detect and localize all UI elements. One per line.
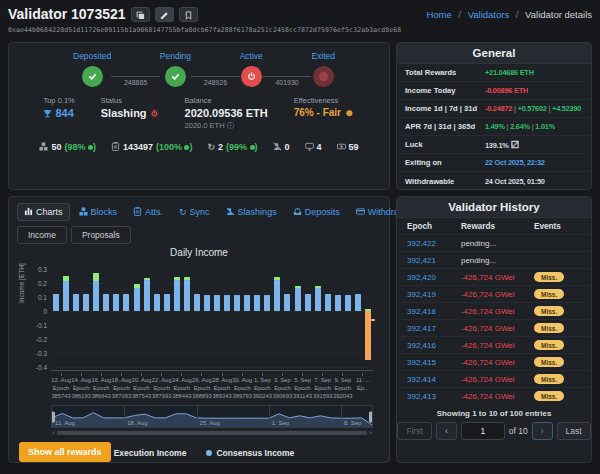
scroll-right-icon[interactable]: › [368, 430, 373, 435]
chart-scrollbar[interactable]: ‹ › [51, 430, 373, 435]
epoch-link[interactable]: 392,421 [407, 256, 436, 265]
consensus-income-bar[interactable] [345, 295, 351, 310]
consensus-income-bar[interactable] [123, 294, 129, 311]
lifecycle-exited-circle[interactable] [313, 66, 334, 87]
consensus-income-bar[interactable] [63, 281, 69, 311]
history-row[interactable]: 392,413-426,724 GWeiMiss. [397, 387, 591, 404]
pagination-prev-button[interactable]: ‹ [436, 422, 457, 440]
tab-charts[interactable]: Charts [17, 203, 70, 221]
consensus-income-bar[interactable] [144, 280, 150, 311]
execution-income-bar[interactable] [93, 273, 99, 281]
consensus-income-bar[interactable] [305, 294, 311, 311]
consensus-income-bar[interactable] [164, 294, 170, 311]
subtab-proposals[interactable]: Proposals [71, 226, 131, 244]
lifecycle-pending-circle[interactable] [165, 66, 186, 87]
history-row[interactable]: 392,417-426,724 GWeiMiss. [397, 319, 591, 336]
execution-income-bar[interactable] [315, 286, 321, 289]
breadcrumb-validators[interactable]: Validators [468, 9, 510, 20]
consensus-income-bar[interactable] [204, 295, 210, 310]
execution-income-bar[interactable] [184, 277, 190, 280]
execution-income-bar[interactable] [144, 278, 150, 279]
pagination-page-input[interactable] [461, 422, 505, 440]
tab-atts[interactable]: Atts. [126, 203, 170, 221]
consensus-income-bar[interactable] [53, 294, 59, 311]
pagination-last-button[interactable]: Last [557, 422, 591, 440]
consensus-income-bar[interactable] [184, 280, 190, 311]
consensus-income-bar[interactable] [325, 294, 331, 311]
history-row[interactable]: 392,418-426,724 GWeiMiss. [397, 302, 591, 319]
consensus-income-bar[interactable] [73, 294, 79, 311]
history-epoch[interactable]: 392,413 [407, 392, 461, 401]
consensus-income-bar[interactable] [274, 280, 280, 311]
history-row[interactable]: 392,422pending... [397, 234, 591, 251]
legend-execution-income[interactable]: Execution Income [104, 448, 187, 458]
lifecycle-active-circle[interactable] [241, 66, 262, 87]
consensus-income-bar[interactable] [315, 288, 321, 311]
consensus-income-bar[interactable] [174, 280, 180, 311]
consensus-income-bar[interactable] [93, 281, 99, 311]
breadcrumb-home[interactable]: Home [426, 9, 451, 20]
history-epoch[interactable]: 392,415 [407, 358, 461, 367]
history-epoch[interactable]: 392,419 [407, 290, 461, 299]
copy-button[interactable] [131, 7, 150, 22]
consensus-income-bar[interactable] [83, 294, 89, 311]
consensus-income-bar[interactable] [214, 295, 220, 310]
subtab-income[interactable]: Income [17, 226, 67, 244]
lifecycle-deposited-circle[interactable] [82, 66, 103, 87]
consensus-income-bar[interactable] [234, 295, 240, 310]
consensus-income-bar[interactable] [154, 294, 160, 311]
history-epoch[interactable]: 392,418 [407, 307, 461, 316]
pagination-first-button[interactable]: First [397, 422, 432, 440]
consensus-income-bar[interactable] [355, 294, 361, 311]
history-epoch[interactable]: 392,414 [407, 375, 461, 384]
validator-pubkey[interactable]: 0xae44b0684228d51d11726e09115b1a90681477… [8, 26, 592, 34]
tab-deposits[interactable]: Deposits [286, 203, 347, 221]
history-row[interactable]: 392,414-426,724 GWeiMiss. [397, 370, 591, 387]
epoch-link[interactable]: 392,422 [407, 239, 436, 248]
history-row[interactable]: 392,420-426,724 GWeiMiss. [397, 268, 591, 285]
tab-blocks[interactable]: Blocks [72, 203, 125, 221]
legend-consensus-income[interactable]: Consensus Income [206, 448, 294, 458]
tab-slashings[interactable]: Slashings [219, 203, 284, 221]
pagination-next-button[interactable]: › [532, 422, 553, 440]
epoch-link[interactable]: 392,413 [407, 392, 436, 401]
chart-navigator[interactable]: 11. Aug18. Aug25. Aug1. Sep8. Sep [51, 405, 373, 428]
history-row[interactable]: 392,419-426,724 GWeiMiss. [397, 285, 591, 302]
execution-income-bar[interactable] [134, 284, 140, 288]
consensus-income-bar[interactable] [295, 288, 301, 311]
consensus-income-bar[interactable] [224, 295, 230, 310]
execution-income-bar[interactable] [295, 286, 301, 289]
epoch-link[interactable]: 392,420 [407, 273, 436, 282]
consensus-income-bar[interactable] [254, 295, 260, 310]
history-epoch[interactable]: 392,417 [407, 324, 461, 333]
consensus-income-bar[interactable] [284, 294, 290, 311]
history-epoch[interactable]: 392,416 [407, 341, 461, 350]
consensus-income-bar[interactable] [134, 288, 140, 311]
consensus-income-bar[interactable] [103, 294, 109, 311]
history-row[interactable]: 392,416-426,724 GWeiMiss. [397, 336, 591, 353]
history-epoch[interactable]: 392,422 [407, 239, 461, 248]
history-row[interactable]: 392,415-426,724 GWeiMiss. [397, 353, 591, 370]
edit-button[interactable] [155, 7, 174, 22]
consensus-income-bar[interactable] [244, 295, 250, 310]
show-all-rewards-button[interactable]: Show all rewards [19, 442, 111, 462]
history-row[interactable]: 392,421pending... [397, 251, 591, 268]
epoch-link[interactable]: 392,418 [407, 307, 436, 316]
tab-sync[interactable]: ↻Sync [172, 203, 217, 221]
history-epoch[interactable]: 392,420 [407, 273, 461, 282]
consensus-income-bar[interactable] [194, 294, 200, 311]
navigator-left-handle[interactable] [51, 411, 55, 422]
navigator-right-handle[interactable] [369, 411, 373, 422]
consensus-income-bar[interactable] [335, 295, 341, 310]
epoch-link[interactable]: 392,414 [407, 375, 436, 384]
epoch-link[interactable]: 392,419 [407, 290, 436, 299]
history-epoch[interactable]: 392,421 [407, 256, 461, 265]
bookmark-button[interactable] [179, 7, 198, 22]
scrollbar-handle[interactable] [57, 431, 367, 435]
consensus-income-bar[interactable] [264, 295, 270, 310]
epoch-link[interactable]: 392,417 [407, 324, 436, 333]
execution-income-bar[interactable] [174, 277, 180, 280]
scroll-left-icon[interactable]: ‹ [51, 430, 56, 435]
execution-income-bar[interactable] [63, 276, 69, 282]
epoch-link[interactable]: 392,416 [407, 341, 436, 350]
